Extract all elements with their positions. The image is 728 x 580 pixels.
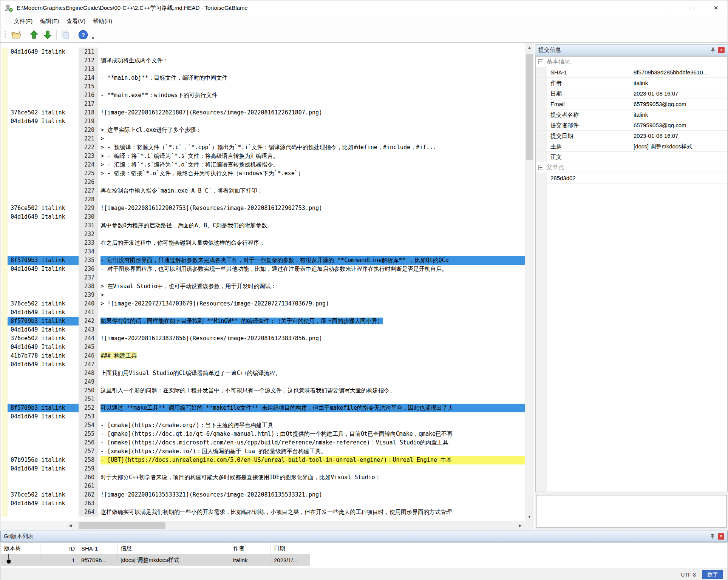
blame-row[interactable]: 248上面我们用Visual Studio的CL编译器简单过了一遍C++的编译流… [1,369,525,378]
source-line-text[interactable] [98,378,525,386]
commit-property-row[interactable]: 提交日期2023-01-08 16:07 [536,131,727,141]
blame-row[interactable]: 376ce502 italink262![image-2022081613553… [1,491,525,499]
source-line-text[interactable]: - **main.exe**：windows下的可执行文件 [98,91,525,100]
blame-commit-label[interactable] [8,187,79,195]
commit-property-row[interactable]: Email657959053@qq.com [536,99,727,110]
blame-row[interactable]: 223> - 编译：将`*.i`编译为`*.s`文件：将高级语言转换为汇编语言。 [1,152,525,160]
blame-commit-label[interactable]: 8f5709b3 italink [8,404,79,412]
source-line-text[interactable] [98,499,525,508]
pin-icon[interactable] [709,533,716,540]
revision-column-header[interactable]: 作者 [230,543,271,554]
source-line-text[interactable] [98,482,525,491]
open-file-button[interactable] [9,28,23,41]
source-line-text[interactable] [98,213,525,221]
source-line-text[interactable] [98,117,525,126]
blame-row[interactable]: 41b7b778 italink246### 构建工具 [1,352,525,360]
maximize-button[interactable]: □ [681,0,704,15]
blame-row[interactable]: 249 [1,378,525,386]
blame-row[interactable]: 225> - 链接：链接`*.o`文件，最终合并为可执行文件（windows下为… [1,169,525,178]
blame-commit-label[interactable] [8,178,79,187]
source-line-text[interactable]: 这样做确实可以满足我们初期的一些小的开发需求，比如编程训练，小项目之类，但在开发… [98,508,525,517]
source-line-text[interactable]: > 这里实际上cl.exe进行了多个步骤： [98,126,525,134]
collapse-icon[interactable] [538,59,543,64]
commit-property-row[interactable]: 作者italink [536,78,727,88]
blame-row[interactable]: 231其中参数0为程序的启动路径，后面的A、B、C则是我们的附加参数。 [1,221,525,230]
revision-panel-close-icon[interactable]: x [718,533,724,540]
blame-row[interactable]: 232 [1,230,525,239]
blame-row[interactable]: 04d1d649 Italink243 [1,325,525,334]
blame-commit-label[interactable] [8,74,79,82]
blame-row[interactable]: 04d1d649 Italink230 [1,213,525,221]
source-line-text[interactable] [98,412,525,421]
source-line-text[interactable]: - 对于图形界面程序，也可以利用该参数实现一些其他功能，比如，通过在注册表中追加… [98,265,525,273]
blame-row[interactable]: 376ce502 italink229![image-2022081612290… [1,204,525,213]
blame-row[interactable]: 04d1d649 Italink241 [1,308,525,317]
blame-row[interactable]: 04d1d649 Italink253 [1,412,525,421]
source-line-text[interactable] [98,464,525,473]
blame-commit-label[interactable]: 376ce502 italink [8,299,79,308]
blame-commit-label[interactable] [8,473,79,482]
blame-commit-label[interactable] [8,386,79,395]
blame-commit-label[interactable]: 376ce502 italink [8,108,79,117]
blame-row[interactable]: 04d1d649 Italink236- 对于图形界面程序，也可以利用该参数实现… [1,265,525,273]
source-line-text[interactable] [98,82,525,91]
blame-row[interactable]: 237 [1,273,525,282]
blame-commit-label[interactable] [8,421,79,430]
source-line-text[interactable] [98,100,525,108]
collapse-icon[interactable] [538,165,543,170]
blame-commit-label[interactable] [8,282,79,291]
blame-commit-label[interactable] [8,195,79,204]
blame-commit-label[interactable]: 04d1d649 Italink [8,213,79,221]
scroll-up-button[interactable]: ▲ [525,43,534,51]
blame-row[interactable]: 215 [1,82,525,91]
source-line-text[interactable]: - **main.obj**：目标文件，编译时的中间文件 [98,74,525,82]
source-line-text[interactable]: > - 链接：链接`*.o`文件，最终合并为可执行文件（windows下为`*.… [98,169,525,178]
source-line-text[interactable]: - [cmake](https://cmake.org/)：当下主流的跨平台构建… [98,421,525,430]
blame-row[interactable]: 04d1d649 Italink219 [1,117,525,126]
source-line-text[interactable]: 在之后的开发过程中，你可能会碰到大量类似这样的命令行程序： [98,239,525,247]
blame-row[interactable]: 376ce502 italink240> ![image-20220727134… [1,299,525,308]
source-line-text[interactable] [98,273,525,282]
blame-commit-label[interactable] [8,65,79,74]
source-line-text[interactable] [98,178,525,187]
menu-item-帮[interactable]: 帮助(H) [89,16,116,26]
revision-column-header[interactable]: SHA-1 [78,543,117,554]
blame-row[interactable]: 227再在控制台中输入指令`main.exe A B C`，将看到如下打印： [1,187,525,195]
source-line-text[interactable] [98,395,525,404]
blame-commit-label[interactable] [8,169,79,178]
source-line-text[interactable]: - 它们没有图形界面，只通过解析参数来完成各类工作，对于一些复杂的参数，有很多开… [98,256,525,265]
blame-row[interactable]: 376ce502 italink244![image-2022081612383… [1,334,525,343]
next-change-button[interactable] [41,28,54,41]
menu-item-编[interactable]: 编辑(E) [36,16,63,26]
blame-row[interactable]: 04d1d649 Italink245 [1,343,525,352]
vertical-scrollbar-thumb[interactable] [526,54,533,160]
blame-commit-label[interactable]: 04d1d649 Italink [8,360,79,369]
blame-commit-label[interactable]: 8f5709b3 italink [8,317,79,325]
commit-property-row[interactable]: 提交者邮件657959053@qq.com [536,120,727,131]
revision-column-header[interactable]: 版本树 [1,543,40,554]
scroll-down-button[interactable]: ▼ [525,512,534,521]
source-line-text[interactable]: > - 预编译：将源文件（`*.c`，`*.cpp`）输出为`*.i`文件：编译… [98,143,525,152]
blame-commit-label[interactable] [8,273,79,282]
scroll-right-button[interactable]: ▶ [516,521,525,530]
minimize-button[interactable]: — [657,0,681,15]
blame-commit-label[interactable] [8,447,79,456]
blame-row[interactable]: 8f5709b3 italink252可以通过 **make工具** 调用编写好… [1,404,525,412]
source-line-text[interactable]: - [UBT](https://docs.unrealengine.com/5.… [98,456,525,464]
source-line-text[interactable]: 这里引入一个新的问题：在实际的工程开发当中，不可能只有一个源文件，这也意味着我们… [98,386,525,395]
blame-commit-label[interactable]: 04d1d649 Italink [8,412,79,421]
blame-commit-label[interactable] [8,247,79,256]
blame-row[interactable]: 376ce502 italink218![image-2022081612262… [1,108,525,117]
blame-row[interactable]: 04d1d649 Italink247 [1,360,525,369]
pin-icon[interactable] [709,46,716,53]
blame-row[interactable]: 216- **main.exe**：windows下的可执行文件 [1,91,525,100]
source-line-text[interactable] [98,360,525,369]
blame-commit-label[interactable] [8,160,79,169]
previous-change-button[interactable] [27,28,41,41]
source-line-text[interactable]: > 在Visual Studio中，也可手动设置该参数，用于开发时的调试： [98,282,525,291]
blame-commit-label[interactable] [8,100,79,108]
blame-row[interactable]: 214- **main.obj**：目标文件，编译时的中间文件 [1,74,525,82]
blame-commit-label[interactable] [8,291,79,299]
blame-commit-label[interactable]: 04d1d649 Italink [8,325,79,334]
source-line-text[interactable]: ![image-20220816135533321](Resources/ima… [98,491,525,499]
